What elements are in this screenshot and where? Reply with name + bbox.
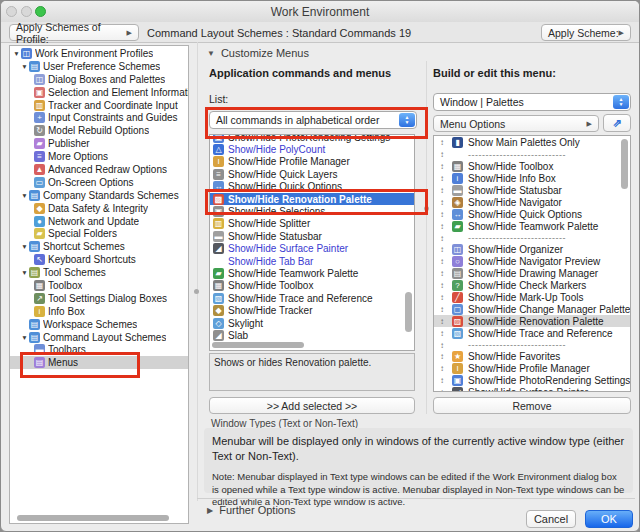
tree-item[interactable]: ▼ ▤ Shortcut Schemes [10, 240, 188, 253]
reorder-grip-icon[interactable]: ↕ [436, 352, 448, 361]
center-splitter[interactable] [426, 61, 427, 414]
reorder-grip-icon[interactable]: ↕ [436, 234, 448, 243]
reorder-grip-icon[interactable]: ↕ [436, 186, 448, 195]
menu-item[interactable]: ↕ ╱ Show/Hide Mark-Up Tools [434, 292, 630, 304]
tree-item[interactable]: ▼ ▤ Menus [10, 356, 188, 369]
reorder-grip-icon[interactable]: ↕ [436, 305, 448, 314]
reorder-grip-icon[interactable]: ↕ [436, 388, 448, 392]
reorder-grip-icon[interactable]: ↕ [436, 364, 448, 373]
menu-item[interactable]: ↕ I Show/Hide Profile Manager [434, 363, 630, 375]
center-splitter-handle-icon[interactable] [424, 206, 429, 211]
tree-item[interactable]: ▼ ▰ Publisher [10, 137, 188, 150]
tree-hscrollbar-thumb[interactable] [17, 515, 169, 521]
menu-item[interactable]: ↕ ▤ Show/Hide Drawing Manager [434, 268, 630, 280]
tree-item[interactable]: ▼ ▤ User Preference Schemes [10, 60, 188, 73]
tree-item[interactable]: ▼ ▤ Company Standards Schemes [10, 189, 188, 202]
command-list-hscrollbar-thumb[interactable] [212, 342, 304, 348]
command-item[interactable]: ◢ Show/Hide Surface Painter [210, 243, 414, 255]
command-item[interactable]: ▨ Show/Hide Renovation Palette [210, 193, 414, 205]
tree-item[interactable]: ▼ + Input Constraints and Guides [10, 111, 188, 124]
menu-item[interactable]: ↕ ▧ Show/Hide Trace and Reference [434, 327, 630, 339]
menu-item[interactable]: ↕ ◫ Show/Hide Organizer [434, 244, 630, 256]
disclosure-triangle-icon[interactable]: ▼ [20, 334, 29, 341]
disclosure-triangle-icon[interactable]: ▼ [207, 49, 215, 58]
apply-scheme-button[interactable]: Apply Scheme: ▶ [541, 24, 631, 41]
popup-stepper-icon[interactable]: ▲ ▼ [399, 113, 415, 127]
tree-item[interactable]: ▼ ≡ More Options [10, 150, 188, 163]
tree-item[interactable]: ▼ ◫ Work Environment Profiles [10, 47, 188, 60]
command-item[interactable]: ≡ Show/Hide Quick Layers [210, 168, 414, 180]
menu-item[interactable]: ↕ ▬ Show/Hide Statusbar [434, 185, 630, 197]
menu-item[interactable]: ↕ i Show/Hide Info Box [434, 173, 630, 185]
tree-item[interactable]: ▼ ↗ Tool Settings Dialog Boxes [10, 292, 188, 305]
reorder-grip-icon[interactable]: ↕ [436, 138, 448, 147]
customize-menus-header[interactable]: ▼ Customize Menus [207, 47, 309, 59]
remove-button[interactable]: Remove [433, 397, 631, 414]
disclosure-triangle-icon[interactable]: ▶ [207, 506, 213, 515]
menu-item[interactable]: ↕ ★ Show/Hide Favorites [434, 351, 630, 363]
popup-stepper-icon[interactable]: ▲ ▼ [613, 95, 629, 109]
command-list-vscrollbar-thumb[interactable] [405, 292, 412, 332]
disclosure-triangle-icon[interactable]: ▼ [20, 269, 29, 276]
menu-item[interactable]: ↕ ◢ Show/Hide Surface Painter [434, 387, 630, 392]
command-item[interactable]: ▣ Show/Hide PhotoRendering Settings [210, 134, 414, 143]
command-item[interactable]: ▦ Show/Hide Toolbox [210, 280, 414, 292]
tree-item[interactable]: ▼ ● Network and Update [10, 215, 188, 228]
command-item[interactable]: ◇ Skylight [210, 317, 414, 329]
ok-button[interactable]: OK [585, 510, 633, 528]
tree-item[interactable]: ▼ ↻ Model Rebuild Options [10, 124, 188, 137]
tree-item[interactable]: ▼ ▭ On-Screen Options [10, 176, 188, 189]
reorder-grip-icon[interactable]: ↕ [436, 245, 448, 254]
reorder-grip-icon[interactable]: ↕ [436, 198, 448, 207]
tree-item[interactable]: ▼ ◫ Dialog Boxes and Palettes [10, 73, 188, 86]
add-selected-button[interactable]: >> Add selected >> [209, 397, 415, 414]
menu-item[interactable]: ↕ ◈ Show/Hide Navigator [434, 196, 630, 208]
reorder-grip-icon[interactable]: ↕ [436, 281, 448, 290]
reorder-grip-icon[interactable]: ↕ [436, 341, 448, 350]
reorder-grip-icon[interactable]: ↕ [436, 150, 448, 159]
apply-schemes-of-profile-button[interactable]: Apply Schemes of Profile: ▶ [9, 24, 139, 41]
reorder-grip-icon[interactable]: ↕ [436, 376, 448, 385]
command-item[interactable]: △ Show/Hide PolyCount [210, 143, 414, 155]
reorder-grip-icon[interactable]: ↕ [436, 269, 448, 278]
menu-item[interactable]: ↕ ▮ Show Main Palettes Only [434, 137, 630, 149]
tree-item[interactable]: ▼ ▲ Advanced Redraw Options [10, 163, 188, 176]
reorder-grip-icon[interactable]: ↕ [436, 317, 448, 326]
menu-item[interactable]: ↕ ▢ Show/Hide Change Manager Palette [434, 303, 630, 315]
disclosure-triangle-icon[interactable]: ▼ [20, 63, 29, 70]
command-item[interactable]: ▬ Show/Hide Statusbar [210, 230, 414, 242]
reorder-grip-icon[interactable]: ↕ [436, 257, 448, 266]
command-item[interactable]: Show/Hide Tab Bar [210, 255, 414, 267]
tree-item[interactable]: ▼ ▥ Tracker and Coordinate Input [10, 99, 188, 112]
tree-item[interactable]: ▼ ▬ Toolbars [10, 343, 188, 356]
menu-item[interactable]: ↕ ▨ Show/Hide Renovation Palette [434, 315, 630, 327]
reorder-grip-icon[interactable]: ↕ [436, 174, 448, 183]
reorder-grip-icon[interactable]: ↕ [436, 222, 448, 231]
menu-item[interactable]: ↕ ↔ Show/Hide Quick Options [434, 208, 630, 220]
menu-item[interactable]: ↕ ---------------------------- [434, 232, 630, 244]
export-menu-button[interactable]: ⇗ [603, 114, 631, 132]
menu-options-button[interactable]: Menu Options ▶ [433, 115, 599, 132]
tree-item[interactable]: ▼ ▤ Tool Schemes [10, 266, 188, 279]
tree-item[interactable]: ▼ ▰ Special Folders [10, 227, 188, 240]
command-item[interactable]: ◢ Slab [210, 329, 414, 341]
tree-item[interactable]: ▼ ▤ Workspace Schemes [10, 318, 188, 331]
disclosure-triangle-icon[interactable]: ▼ [20, 192, 29, 199]
tree-item[interactable]: ▼ ▤ Command Layout Schemes [10, 331, 188, 344]
command-filter-dropdown[interactable]: All commands in alphabetical order ▲ ▼ [209, 111, 417, 129]
reorder-grip-icon[interactable]: ↕ [436, 329, 448, 338]
tree-item[interactable]: ▼ i Info Box [10, 305, 188, 318]
menu-list-vscrollbar-thumb[interactable] [621, 139, 628, 189]
left-splitter-handle-icon[interactable] [194, 289, 199, 294]
command-item[interactable]: ▣ Show/Hide Selections [210, 205, 414, 217]
command-item[interactable]: ▥ Show/Hide Splitter [210, 218, 414, 230]
disclosure-triangle-icon[interactable]: ▼ [20, 243, 29, 250]
menu-item[interactable]: ↕ ▦ Show/Hide Toolbox [434, 161, 630, 173]
tree-item[interactable]: ▼ ◆ Data Safety & Integrity [10, 202, 188, 215]
command-item[interactable]: ▰ Show/Hide Teamwork Palette [210, 267, 414, 279]
menu-selector-dropdown[interactable]: Window | Palettes ▲ ▼ [433, 93, 631, 111]
command-item[interactable]: ▧ Show/Hide Trace and Reference [210, 292, 414, 304]
reorder-grip-icon[interactable]: ↕ [436, 210, 448, 219]
tree-item[interactable]: ▼ ↖ Keyboard Shortcuts [10, 253, 188, 266]
menu-item[interactable]: ↕ ▰ Show/Hide Teamwork Palette [434, 220, 630, 232]
